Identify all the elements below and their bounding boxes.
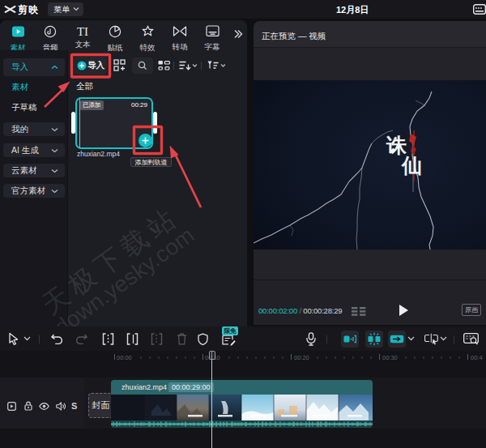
svg-text:00:4: 00:4 [471,354,483,361]
svg-text:诛: 诛 [386,134,407,156]
svg-text:00:00: 00:00 [117,354,132,361]
svg-text:仙: 仙 [401,155,422,177]
svg-text:00:20: 00:20 [294,354,309,361]
svg-text:00:30: 00:30 [382,354,398,361]
